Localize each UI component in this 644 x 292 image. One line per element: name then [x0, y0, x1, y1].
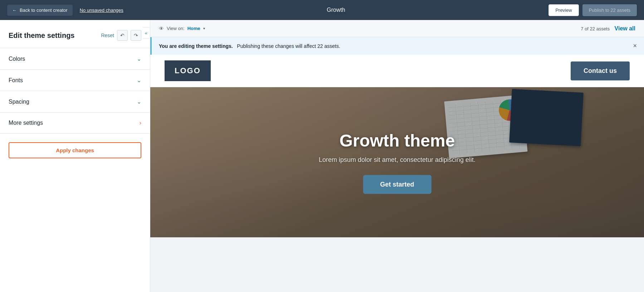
redo-icon: ↷ — [134, 33, 138, 38]
logo-block: LOGO — [165, 60, 211, 81]
sidebar-collapse-button[interactable]: « — [142, 27, 150, 39]
assets-info-group: 7 of 22 assets View all — [581, 25, 635, 32]
top-bar-right: Preview Publish to 22 assets — [548, 4, 637, 16]
content-area: 👁 View on: Home ▾ 7 of 22 assets View al… — [150, 20, 644, 292]
sidebar-title: Edit theme settings — [9, 31, 74, 40]
alert-bold-text: You are editing theme settings. — [159, 43, 233, 49]
collapse-icon: « — [145, 30, 147, 36]
hero-title: Growth theme — [319, 131, 475, 150]
sidebar-item-more-settings[interactable]: More settings › — [0, 113, 150, 134]
section-label-more-settings: More settings — [9, 120, 43, 126]
chevron-down-icon-spacing: ⌄ — [137, 98, 141, 105]
section-label-fonts: Fonts — [9, 77, 23, 84]
alert-close-button[interactable]: × — [633, 42, 637, 50]
redo-button[interactable]: ↷ — [131, 30, 141, 41]
sidebar-item-colors[interactable]: Colors ⌄ — [0, 48, 150, 70]
view-on-label: View on: — [167, 26, 185, 31]
chevron-down-icon-fonts: ⌄ — [137, 77, 141, 84]
publish-button[interactable]: Publish to 22 assets — [582, 4, 637, 16]
alert-banner: You are editing theme settings. Publishi… — [150, 37, 644, 55]
back-arrow-icon: ← — [12, 8, 17, 13]
hero-subtitle: Lorem ipsum dolor sit amet, consectetur … — [319, 156, 475, 164]
sidebar-item-spacing[interactable]: Spacing ⌄ — [0, 91, 150, 113]
alert-body-text: Publishing these changes will affect 22 … — [237, 43, 340, 49]
assets-count: 7 of 22 assets — [581, 26, 610, 31]
page-dropdown-arrow[interactable]: ▾ — [203, 26, 205, 30]
top-bar-left: ← Back to content creator No unsaved cha… — [7, 5, 123, 16]
preview-wrapper: LOGO Contact us Growth theme Lorem ipsum… — [150, 55, 644, 237]
main-layout: « Edit theme settings Reset ↶ ↷ Colors ⌄ — [0, 20, 644, 292]
section-label-spacing: Spacing — [9, 99, 29, 105]
sidebar-title-row: Edit theme settings Reset ↶ ↷ — [9, 30, 141, 41]
preview-button[interactable]: Preview — [548, 4, 579, 16]
sub-header: 👁 View on: Home ▾ 7 of 22 assets View al… — [150, 20, 644, 37]
chevron-down-icon-colors: ⌄ — [137, 55, 141, 62]
eye-icon: 👁 — [159, 26, 164, 31]
chevron-right-icon-more-settings: › — [140, 120, 141, 126]
unsaved-changes-link[interactable]: No unsaved changes — [80, 8, 123, 13]
hero-content: Growth theme Lorem ipsum dolor sit amet,… — [319, 131, 475, 194]
reset-area: Reset ↶ ↷ — [101, 30, 141, 41]
back-to-content-creator-button[interactable]: ← Back to content creator — [7, 5, 73, 16]
sidebar: « Edit theme settings Reset ↶ ↷ Colors ⌄ — [0, 20, 150, 292]
view-all-link[interactable]: View all — [615, 25, 635, 31]
top-bar: ← Back to content creator No unsaved cha… — [0, 0, 644, 20]
hero-section: Growth theme Lorem ipsum dolor sit amet,… — [150, 87, 644, 237]
view-on-page-link[interactable]: Home — [187, 26, 200, 31]
undo-icon: ↶ — [120, 33, 125, 38]
get-started-button[interactable]: Get started — [363, 175, 431, 194]
section-label-colors: Colors — [9, 56, 25, 62]
alert-text: You are editing theme settings. Publishi… — [159, 43, 340, 49]
page-title: Growth — [327, 7, 345, 13]
undo-button[interactable]: ↶ — [117, 30, 128, 41]
reset-button[interactable]: Reset — [101, 33, 114, 38]
preview-nav: LOGO Contact us — [150, 55, 644, 87]
view-on-group: 👁 View on: Home ▾ — [159, 26, 205, 31]
contact-us-button[interactable]: Contact us — [571, 61, 630, 80]
back-button-label: Back to content creator — [20, 8, 68, 13]
apply-changes-button[interactable]: Apply changes — [9, 142, 141, 158]
sidebar-item-fonts[interactable]: Fonts ⌄ — [0, 70, 150, 91]
sidebar-header: Edit theme settings Reset ↶ ↷ — [0, 20, 150, 48]
